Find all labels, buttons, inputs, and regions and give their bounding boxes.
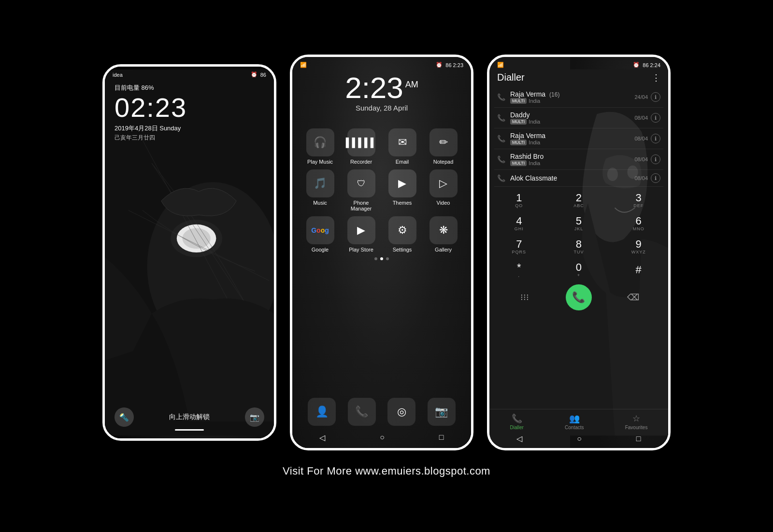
google-icon: G o o g [306, 216, 334, 244]
app-grid-row1: 🎧 Play Music ▌▌▌▌▌ Recorder ✉ Email ✏ No… [302, 128, 461, 165]
app-video[interactable]: ▷ Video [425, 169, 461, 211]
dialler-header: Dialler ⋮ [489, 68, 668, 87]
dot-3 [386, 257, 389, 260]
key-4[interactable]: 4 GHI [489, 212, 549, 235]
phone3-back-button[interactable]: ◁ [516, 434, 522, 443]
phone1-alarm-icon: ⏰ [251, 71, 258, 78]
app-play-store[interactable]: ▶ Play Store [343, 216, 379, 252]
phone3-home-button[interactable]: ○ [577, 434, 582, 443]
app-google[interactable]: G o o g Google [302, 216, 338, 252]
phone3-recents-button[interactable]: □ [636, 434, 641, 443]
dock-camera[interactable]: 📷 [428, 398, 456, 426]
contact-row[interactable]: 📞 Rashid Bro MULTI India 08/04 ℹ [494, 149, 663, 170]
contact-info-btn-4[interactable]: ℹ [651, 154, 660, 164]
contacts-list: 📞 Raja Verma (16) MULTI India 24/04 ℹ 📞 … [489, 87, 668, 187]
contact-info-btn-2[interactable]: ℹ [651, 113, 660, 123]
key-star[interactable]: * , [489, 258, 549, 281]
app-play-music[interactable]: 🎧 Play Music [302, 128, 338, 165]
phone1-info: 目前电量 86% 02:23 2019年4月28日 Sunday 己亥年三月廿四 [105, 78, 274, 148]
app-grid-row3: G o o g Google ▶ Play Store ⚙ Settings [302, 216, 461, 252]
page-dots [302, 257, 461, 260]
key-6[interactable]: 6 MNO [609, 212, 668, 235]
dialpad-row-1: 1 QO 2 ABC 3 DEF [489, 189, 668, 212]
back-button[interactable]: ◁ [316, 430, 328, 445]
flashlight-button[interactable]: 🔦 [115, 407, 134, 427]
phone2-dock: 👤 📞 ◎ 📷 [292, 398, 471, 426]
key-3[interactable]: 3 DEF [609, 189, 668, 212]
contact-info-3: Raja Verma MULTI India [510, 132, 634, 145]
phone1-lunar: 己亥年三月廿四 [115, 134, 264, 142]
key-0[interactable]: 0 + [549, 258, 609, 281]
contact-row[interactable]: 📞 Daddy MULTI India 08/04 ℹ [494, 108, 663, 128]
contact-info-btn-3[interactable]: ℹ [651, 134, 660, 143]
camera-shortcut-button[interactable]: 📷 [245, 407, 264, 427]
recents-button[interactable]: □ [436, 430, 447, 445]
key-8[interactable]: 8 TUV [549, 235, 609, 258]
contact-name-5: Alok Classmate [510, 174, 634, 182]
home-button[interactable]: ○ [377, 430, 387, 445]
video-icon: ▷ [429, 169, 458, 197]
call-icon-4: 📞 [497, 155, 505, 163]
contact-name-2: Daddy [510, 111, 634, 119]
phone2-alarm-icon: ⏰ [436, 62, 443, 68]
settings-label: Settings [393, 247, 412, 252]
phone2-status-bar: 📶 ⏰ 86 2:23 [292, 57, 471, 68]
contact-date-2: 08/04 [634, 115, 648, 121]
contact-sub-4: MULTI India [510, 160, 634, 166]
phone1-frame: idea ⏰ 86 目前电量 86% 02:23 2019年4月28日 Sund… [102, 64, 276, 441]
key-5[interactable]: 5 JKL [549, 212, 609, 235]
recorder-label: Recorder [350, 159, 372, 165]
dialler-tab-icon: 📞 [512, 413, 522, 424]
contact-row[interactable]: 📞 Raja Verma (16) MULTI India 24/04 ℹ [494, 87, 663, 108]
play-store-label: Play Store [349, 247, 373, 252]
notepad-label: Notepad [433, 159, 454, 165]
key-hash[interactable]: # [609, 258, 668, 281]
key-1[interactable]: 1 QO [489, 189, 549, 212]
app-notepad[interactable]: ✏ Notepad [425, 128, 461, 165]
phone1-battery-text: 目前电量 86% [115, 84, 264, 92]
phone3-bottom-nav: 📞 Dialler 👥 Contacts ☆ Favourites ◁ ○ [489, 409, 668, 448]
video-label: Video [437, 200, 450, 206]
dock-chrome[interactable]: ◎ [387, 398, 415, 426]
contact-info-btn-1[interactable]: ℹ [651, 92, 660, 102]
call-icon-1: 📞 [497, 93, 505, 101]
phone3-alarm: ⏰ [633, 62, 640, 68]
more-options-icon[interactable]: ⋮ [652, 72, 660, 83]
app-settings[interactable]: ⚙ Settings [384, 216, 420, 252]
key-2[interactable]: 2 ABC [549, 189, 609, 212]
call-icon-5: 📞 [497, 174, 505, 182]
key-9[interactable]: 9 WXYZ [609, 235, 668, 258]
phone2-signal: 📶 [300, 62, 307, 68]
call-button[interactable]: 📞 [566, 284, 592, 310]
tab-dialler[interactable]: 📞 Dialler [510, 413, 524, 430]
contact-row[interactable]: 📞 Alok Classmate 08/04 ℹ [494, 170, 663, 187]
contact-date-4: 08/04 [634, 156, 648, 162]
dot-2 [380, 257, 383, 260]
app-phone-manager[interactable]: 🛡 Phone Manager [343, 169, 379, 211]
footer-text: Visit For More www.emuiers.blogspot.com [283, 465, 490, 477]
call-icon-2: 📞 [497, 114, 505, 122]
delete-button[interactable]: ⌫ [623, 288, 643, 307]
contact-row[interactable]: 📞 Raja Verma MULTI India 08/04 ℹ [494, 128, 663, 149]
app-themes[interactable]: ▶ Themes [384, 169, 420, 211]
app-recorder[interactable]: ▌▌▌▌▌ Recorder [343, 128, 379, 165]
phone2-status-right: 86 2:23 [445, 62, 463, 68]
contacts-tab-label: Contacts [565, 425, 584, 430]
app-music[interactable]: 🎵 Music [302, 169, 338, 211]
contact-name-3: Raja Verma [510, 132, 634, 140]
dialpad-actions: ⁝⁝⁝ 📞 ⌫ [489, 281, 668, 313]
play-music-label: Play Music [307, 159, 333, 165]
unlock-area[interactable]: 向上滑动解锁 [134, 413, 245, 421]
app-email[interactable]: ✉ Email [384, 128, 420, 165]
contact-info-2: Daddy MULTI India [510, 111, 634, 125]
key-7[interactable]: 7 PQRS [489, 235, 549, 258]
dock-contacts[interactable]: 👤 [308, 398, 336, 426]
dialpad-dots-button[interactable]: ⁝⁝⁝ [515, 288, 534, 307]
contact-info-btn-5[interactable]: ℹ [651, 173, 660, 183]
tab-contacts[interactable]: 👥 Contacts [565, 413, 584, 430]
app-gallery[interactable]: ❋ Gallery [425, 216, 461, 252]
phone1-battery-pct: 86 [260, 72, 266, 78]
contact-name-1: Raja Verma (16) [510, 90, 634, 98]
tab-favourites[interactable]: ☆ Favourites [625, 413, 648, 430]
dock-phone[interactable]: 📞 [348, 398, 376, 426]
